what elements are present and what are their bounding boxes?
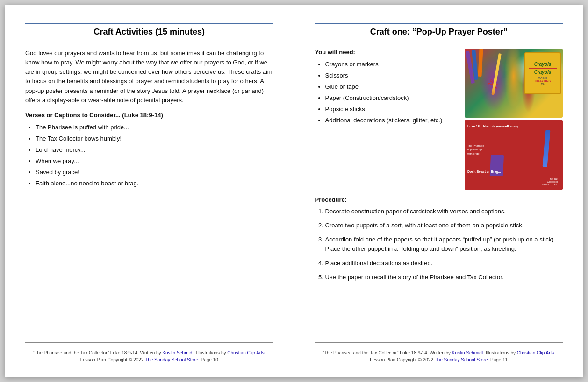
poster-text-dont-boast: Don't Boast or Brag... bbox=[467, 170, 501, 173]
footer-page-num: . Page 11 bbox=[488, 357, 508, 362]
list-item: Faith alone...no need to boast or brag. bbox=[36, 178, 273, 189]
footer-link-3[interactable]: The Sunday School Store bbox=[435, 357, 488, 362]
material-item: Crayons or markers bbox=[325, 59, 458, 70]
footer-page-num: . Page 10 bbox=[198, 357, 218, 362]
list-item: Lord have mercy... bbox=[36, 145, 273, 155]
list-item: Saved by grace! bbox=[36, 167, 273, 177]
material-item: Glue or tape bbox=[325, 82, 458, 92]
title-rule-right bbox=[315, 40, 563, 40]
material-item: Popsicle sticks bbox=[325, 104, 458, 114]
poster-text-bottom: The TaxCollectorbows to God bbox=[542, 177, 558, 186]
footer-link-2[interactable]: Christian Clip Arts bbox=[227, 350, 264, 355]
left-footer: "The Pharisee and the Tax Collector" Luk… bbox=[25, 342, 273, 363]
procedure-item: Place additional decorations as desired. bbox=[325, 259, 563, 268]
poster-text-top: Luke 18... Humble yourself every bbox=[467, 124, 518, 129]
procedure-item: Decorate construction paper of cardstock… bbox=[325, 207, 563, 216]
material-item: Additional decorations (stickers, glitte… bbox=[325, 115, 458, 126]
right-page-title: Craft one: “Pop-Up Prayer Poster” bbox=[315, 27, 563, 37]
craft-images-column: ✂ Crayola Crayola MAGIC CRAYONS 24 bbox=[465, 49, 563, 190]
verses-header: Verses or Captions to Consider... (Luke … bbox=[25, 112, 273, 119]
right-page: Craft one: “Pop-Up Prayer Poster” You wi… bbox=[294, 5, 584, 377]
footer-mid-text: . Illustrations by bbox=[483, 350, 517, 355]
crayola-brand-2: Crayola bbox=[534, 70, 552, 75]
procedure-label: Procedure: bbox=[315, 196, 563, 203]
list-item: The Tax Collector bows humbly! bbox=[36, 134, 273, 144]
top-rule-left bbox=[25, 23, 273, 24]
left-page: Craft Activities (15 minutes) God loves … bbox=[5, 5, 294, 377]
materials-section: You will need: Crayons or markers Scisso… bbox=[315, 49, 458, 190]
document-spread: Craft Activities (15 minutes) God loves … bbox=[5, 5, 583, 377]
footer-link-3[interactable]: The Sunday School Store bbox=[145, 357, 198, 362]
orange-strip-decoration bbox=[478, 49, 483, 77]
title-rule-left bbox=[25, 40, 273, 40]
crayola-count: 24 bbox=[541, 83, 545, 85]
you-will-need-label: You will need: bbox=[315, 49, 458, 56]
footer-link-2[interactable]: Christian Clip Arts bbox=[517, 350, 554, 355]
procedure-item: Use the paper to recall the story of the… bbox=[325, 273, 563, 282]
crayola-product: CRAYONS bbox=[535, 79, 551, 83]
footer-link-1[interactable]: Kristin Schmidt bbox=[452, 350, 483, 355]
intro-paragraph: God loves our prayers and wants to hear … bbox=[25, 49, 273, 105]
procedure-list: Decorate construction paper of cardstock… bbox=[315, 207, 563, 287]
top-rule-right bbox=[315, 23, 563, 24]
right-footer: "The Pharisee and the Tax Collector" Luk… bbox=[315, 342, 563, 363]
list-item: When we pray... bbox=[36, 156, 273, 166]
footer-mid-text: . Illustrations by bbox=[194, 350, 227, 355]
verses-list: The Pharisee is puffed with pride... The… bbox=[25, 122, 273, 190]
footer-main-text: "The Pharisee and the Tax Collector" Luk… bbox=[322, 350, 452, 355]
you-will-need-row: You will need: Crayons or markers Scisso… bbox=[315, 49, 563, 190]
divider bbox=[529, 68, 557, 69]
crayola-brand: Crayola bbox=[534, 62, 552, 67]
poster-text-mid: The Phariseeis puffed upwith pride! bbox=[467, 144, 484, 156]
craft-image-1: ✂ Crayola Crayola MAGIC CRAYONS 24 bbox=[465, 49, 563, 118]
footer-link-1[interactable]: Kristin Schmidt bbox=[162, 350, 194, 355]
materials-list: Crayons or markers Scissors Glue or tape… bbox=[315, 59, 458, 126]
material-item: Scissors bbox=[325, 71, 458, 81]
craft-image-2: Luke 18... Humble yourself every The Pha… bbox=[465, 120, 563, 190]
footer-main-text: "The Pharisee and the Tax Collector" Luk… bbox=[33, 350, 162, 355]
procedure-item: Create two puppets of a sort, with at le… bbox=[325, 221, 563, 230]
crayola-box: Crayola Crayola MAGIC CRAYONS 24 bbox=[524, 52, 561, 94]
list-item: The Pharisee is puffed with pride... bbox=[36, 122, 273, 133]
procedure-item: Accordion fold one of the papers so that… bbox=[325, 235, 563, 254]
left-page-title: Craft Activities (15 minutes) bbox=[25, 27, 273, 37]
material-item: Paper (Construction/cardstock) bbox=[325, 93, 458, 103]
